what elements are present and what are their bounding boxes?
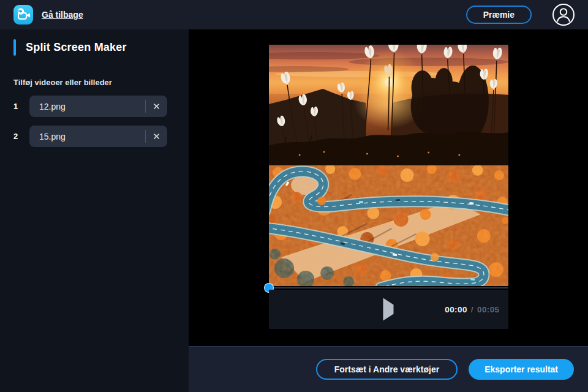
main-area: 00:00/00:05 Fortsæt i Andre værktøjer Ek…	[189, 29, 588, 392]
file-name: 12.png	[29, 102, 145, 111]
seek-track[interactable]	[269, 287, 508, 288]
file-input[interactable]: 15.png ✕	[29, 126, 167, 147]
play-icon	[383, 298, 394, 321]
play-button[interactable]	[381, 303, 396, 317]
video-player: 00:00/00:05	[269, 45, 508, 329]
page-title: Split Screen Maker	[26, 41, 127, 54]
file-row: 1 12.png ✕	[13, 96, 189, 117]
preview-stage: 00:00/00:05	[189, 29, 588, 346]
preview-image-bottom	[269, 165, 508, 286]
close-icon: ✕	[153, 131, 160, 142]
playback-controls: 00:00/00:05	[269, 290, 508, 329]
continue-other-tools-button[interactable]: Fortsæt i Andre værktøjer	[316, 359, 458, 380]
file-index: 1	[13, 102, 29, 111]
time-separator: /	[471, 305, 473, 314]
export-result-button[interactable]: Eksporter resultat	[469, 359, 574, 380]
add-files-label: Tilføj videoer eller billeder	[13, 78, 189, 87]
sidebar: Split Screen Maker Tilføj videoer eller …	[0, 29, 189, 392]
file-index: 2	[13, 132, 29, 141]
close-icon: ✕	[153, 101, 160, 112]
accent-bar	[13, 39, 16, 56]
file-name: 15.png	[29, 132, 145, 141]
total-time: 00:05	[477, 305, 500, 314]
premium-button[interactable]: Præmie	[466, 6, 532, 24]
file-input[interactable]: 12.png ✕	[29, 96, 167, 117]
footer-actions: Fortsæt i Andre værktøjer Eksporter resu…	[189, 346, 588, 392]
current-time: 00:00	[445, 305, 467, 314]
tool-title-row: Split Screen Maker	[13, 39, 189, 56]
remove-file-button[interactable]: ✕	[146, 96, 167, 117]
account-avatar-icon[interactable]	[552, 3, 575, 26]
preview-image-top	[269, 45, 508, 165]
app-logo-icon[interactable]	[13, 5, 33, 24]
file-row: 2 15.png ✕	[13, 126, 189, 147]
time-display: 00:00/00:05	[445, 305, 499, 314]
topbar: Gå tilbage Præmie	[0, 0, 588, 29]
remove-file-button[interactable]: ✕	[146, 126, 167, 147]
go-back-link[interactable]: Gå tilbage	[42, 10, 83, 20]
